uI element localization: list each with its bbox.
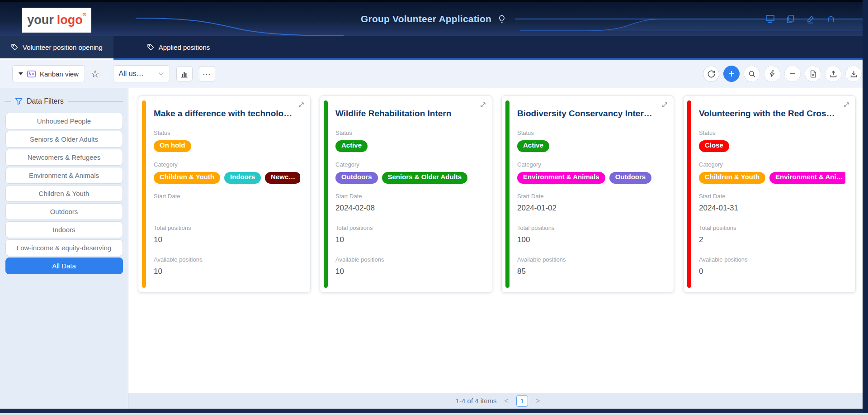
status-label: Status (699, 129, 845, 136)
bottom-edge-line (0, 413, 868, 415)
available-positions-label: Available positions (699, 256, 845, 263)
available-positions-value: 10 (154, 267, 300, 279)
category-badge: Outdoors (609, 172, 652, 184)
start-date-value: 2024-01-02 (517, 204, 664, 215)
category-badges: Outdoors Seniors & Older Adults (335, 172, 482, 184)
expand-card-icon[interactable] (661, 101, 669, 109)
ellipsis-icon: ⋯ (203, 69, 212, 79)
card-title: Biodiversity Conservancy Inter… (517, 109, 664, 119)
category-badge: Seniors & Older Adults (382, 172, 468, 184)
filter-all-data[interactable]: All Data (5, 258, 123, 274)
bottom-bar (0, 409, 868, 413)
download-button[interactable] (845, 66, 862, 82)
header-icon-group (764, 2, 836, 36)
page-number-button[interactable]: 1 (516, 395, 528, 407)
card-title: Wildlife Rehabilitation Intern (335, 109, 482, 119)
toolbar-divider (106, 69, 106, 79)
tab-volunteer-position-opening[interactable]: Volunteer position opening (0, 36, 113, 58)
card-accent-bar (324, 100, 328, 288)
tag-icon (11, 43, 18, 51)
start-date-value: 2024-02-08 (335, 204, 482, 215)
kanban-card-2[interactable]: Wildlife Rehabilitation Intern Status Ac… (320, 95, 492, 293)
card-accent-bar (505, 100, 509, 288)
available-positions-label: Available positions (154, 256, 300, 263)
edit-pencil-icon[interactable] (805, 14, 816, 24)
page-title: Group Volunteer Application (361, 14, 491, 24)
app-header: your logo ® Group Volunteer Application (0, 2, 868, 36)
filter-newcomers-refugees[interactable]: Newcomers & Refugees (5, 149, 123, 166)
kanban-card-4[interactable]: Volunteering with the Red Cros… Status C… (683, 95, 856, 293)
category-badge: Indoors (224, 172, 261, 184)
tab-bar: Volunteer position opening Applied posit… (0, 36, 868, 60)
total-positions-value: 10 (335, 235, 482, 247)
category-label: Category (154, 161, 300, 168)
next-page-chevron[interactable]: > (535, 397, 541, 405)
category-label: Category (335, 161, 482, 168)
category-badge: Children & Youth (699, 172, 765, 184)
filter-outdoors[interactable]: Outdoors (5, 203, 123, 220)
status-badge: Active (517, 140, 549, 152)
card-accent-bar (142, 100, 146, 288)
tab-label: Volunteer position opening (23, 43, 103, 51)
start-date-value (154, 204, 300, 215)
card-title: Make a difference with technolo… (154, 109, 300, 119)
filter-environment-animals[interactable]: Environment & Animals (5, 167, 123, 184)
filter-seniors-older-adults[interactable]: Seniors & Older Adults (5, 131, 123, 148)
tab-applied-positions[interactable]: Applied positions (136, 36, 221, 58)
start-date-value: 2024-01-31 (699, 204, 845, 215)
category-badge: Children & Youth (154, 172, 220, 184)
collapse-button[interactable] (784, 66, 801, 82)
category-badges: Children & Youth Environment & Ani… (699, 172, 845, 184)
filter-unhoused-people[interactable]: Unhoused People (5, 113, 123, 129)
pdf-export-button[interactable] (805, 66, 821, 82)
add-record-button[interactable] (723, 66, 740, 82)
refresh-icon (707, 70, 716, 78)
lightbulb-icon[interactable] (496, 14, 507, 24)
category-label: Category (517, 161, 664, 168)
search-button[interactable] (744, 66, 760, 82)
card-accent-bar (687, 100, 691, 288)
caret-down-icon (19, 72, 23, 75)
expand-card-icon[interactable] (843, 101, 850, 109)
right-edge-frame (863, 0, 868, 413)
view-switcher-label: Kanban view (40, 70, 79, 78)
total-positions-label: Total positions (699, 224, 845, 231)
category-badge: Environment & Animals (517, 172, 605, 184)
total-positions-value: 100 (517, 235, 664, 247)
share-upload-button[interactable] (825, 66, 841, 82)
data-filters-sidebar: Data Filters Unhoused People Seniors & O… (0, 88, 128, 409)
view-switcher-button[interactable]: Kanban view (12, 65, 85, 82)
filter-indoors[interactable]: Indoors (5, 221, 123, 238)
filter-low-income[interactable]: Low-income & equity-deserving (5, 239, 123, 256)
total-positions-label: Total positions (154, 224, 300, 231)
kanban-card-1[interactable]: Make a difference with technolo… Status … (138, 95, 311, 293)
prev-page-chevron[interactable]: < (504, 397, 509, 405)
headset-icon[interactable] (826, 14, 836, 24)
more-options-button[interactable]: ⋯ (199, 66, 215, 81)
kanban-card-3[interactable]: Biodiversity Conservancy Inter… Status A… (501, 95, 674, 293)
funnel-icon (15, 98, 23, 105)
plus-icon (727, 70, 736, 78)
download-icon (849, 70, 858, 78)
monitor-icon[interactable] (764, 14, 775, 24)
users-filter-dropdown[interactable]: All us… (113, 65, 170, 82)
filter-children-youth[interactable]: Children & Youth (5, 185, 123, 202)
status-label: Status (154, 129, 300, 136)
available-positions-value: 85 (517, 267, 664, 279)
app-window: your logo ® Group Volunteer Application (0, 0, 868, 415)
total-positions-label: Total positions (517, 224, 664, 231)
expand-card-icon[interactable] (297, 101, 305, 109)
automation-button[interactable] (764, 66, 780, 82)
kanban-view-icon (27, 71, 36, 77)
favorite-star-icon[interactable]: ☆ (90, 69, 100, 79)
card-title: Volunteering with the Red Cros… (699, 109, 845, 119)
status-label: Status (335, 129, 482, 136)
kanban-board: Make a difference with technolo… Status … (128, 88, 868, 409)
copy-pages-icon[interactable] (785, 14, 796, 24)
chevron-down-icon (158, 72, 164, 76)
refresh-button[interactable] (703, 66, 719, 82)
expand-card-icon[interactable] (479, 101, 487, 109)
tab-label: Applied positions (159, 43, 210, 51)
upload-icon (829, 70, 838, 78)
chart-button[interactable] (176, 66, 193, 81)
